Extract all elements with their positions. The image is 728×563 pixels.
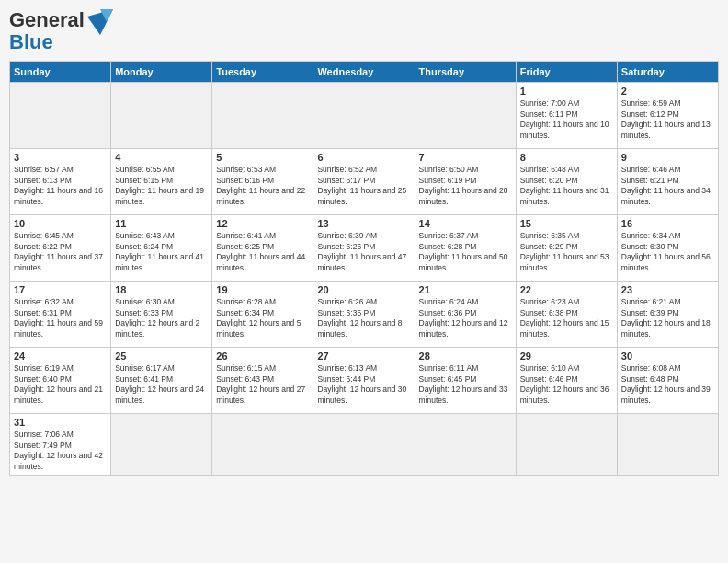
logo-general: General [9, 8, 85, 31]
calendar-cell: 6Sunrise: 6:52 AMSunset: 6:17 PMDaylight… [313, 149, 415, 215]
day-info: Sunrise: 6:57 AMSunset: 6:13 PMDaylight:… [14, 165, 107, 207]
day-number: 14 [419, 218, 512, 229]
day-number: 22 [520, 284, 613, 295]
day-info: Sunrise: 6:37 AMSunset: 6:28 PMDaylight:… [419, 231, 512, 273]
day-info: Sunrise: 6:52 AMSunset: 6:17 PMDaylight:… [317, 165, 410, 207]
day-number: 12 [216, 218, 309, 229]
calendar-cell: 1Sunrise: 7:00 AMSunset: 6:11 PMDaylight… [516, 83, 617, 149]
calendar-cell [516, 414, 617, 476]
day-number: 13 [317, 218, 410, 229]
weekday-header-row: SundayMondayTuesdayWednesdayThursdayFrid… [10, 62, 719, 83]
weekday-header-saturday: Saturday [617, 62, 718, 83]
weekday-header-friday: Friday [516, 62, 617, 83]
calendar-cell [313, 414, 415, 476]
day-info: Sunrise: 6:28 AMSunset: 6:34 PMDaylight:… [216, 297, 309, 339]
day-number: 11 [115, 218, 208, 229]
calendar-cell: 20Sunrise: 6:26 AMSunset: 6:35 PMDayligh… [313, 282, 415, 348]
day-number: 2 [621, 86, 714, 97]
day-number: 20 [317, 284, 410, 295]
day-info: Sunrise: 7:06 AMSunset: 7:49 PMDaylight:… [14, 430, 107, 472]
week-row-6: 31Sunrise: 7:06 AMSunset: 7:49 PMDayligh… [10, 414, 719, 476]
day-info: Sunrise: 6:26 AMSunset: 6:35 PMDaylight:… [317, 297, 410, 339]
day-info: Sunrise: 7:00 AMSunset: 6:11 PMDaylight:… [520, 98, 613, 141]
calendar-cell: 18Sunrise: 6:30 AMSunset: 6:33 PMDayligh… [111, 282, 212, 348]
calendar-cell: 26Sunrise: 6:15 AMSunset: 6:43 PMDayligh… [212, 348, 313, 414]
day-info: Sunrise: 6:53 AMSunset: 6:16 PMDaylight:… [216, 165, 309, 207]
calendar-cell: 25Sunrise: 6:17 AMSunset: 6:41 PMDayligh… [111, 348, 212, 414]
calendar-cell: 24Sunrise: 6:19 AMSunset: 6:40 PMDayligh… [10, 348, 111, 414]
day-number: 25 [115, 350, 208, 362]
day-number: 29 [520, 350, 613, 362]
day-info: Sunrise: 6:55 AMSunset: 6:15 PMDaylight:… [115, 165, 208, 207]
calendar-cell: 29Sunrise: 6:10 AMSunset: 6:46 PMDayligh… [516, 348, 617, 414]
calendar-cell: 23Sunrise: 6:21 AMSunset: 6:39 PMDayligh… [617, 282, 718, 348]
day-info: Sunrise: 6:41 AMSunset: 6:25 PMDaylight:… [216, 231, 309, 273]
header: General Blue [9, 9, 719, 53]
day-number: 9 [621, 152, 714, 163]
calendar-cell: 12Sunrise: 6:41 AMSunset: 6:25 PMDayligh… [212, 215, 313, 282]
day-number: 1 [520, 86, 613, 97]
week-row-5: 24Sunrise: 6:19 AMSunset: 6:40 PMDayligh… [10, 348, 719, 414]
day-info: Sunrise: 6:35 AMSunset: 6:29 PMDaylight:… [520, 231, 613, 273]
day-info: Sunrise: 6:32 AMSunset: 6:31 PMDaylight:… [14, 297, 107, 339]
day-number: 7 [419, 152, 512, 163]
day-number: 18 [115, 284, 208, 295]
day-info: Sunrise: 6:24 AMSunset: 6:36 PMDaylight:… [419, 297, 512, 339]
day-number: 19 [216, 284, 309, 295]
week-row-1: 1Sunrise: 7:00 AMSunset: 6:11 PMDaylight… [10, 83, 719, 149]
calendar-cell: 17Sunrise: 6:32 AMSunset: 6:31 PMDayligh… [10, 282, 111, 348]
calendar-page: General Blue SundayMondayTuesdayWednesda… [0, 0, 728, 563]
calendar-cell: 22Sunrise: 6:23 AMSunset: 6:38 PMDayligh… [516, 282, 617, 348]
calendar-cell: 16Sunrise: 6:34 AMSunset: 6:30 PMDayligh… [617, 215, 718, 282]
day-number: 4 [115, 152, 208, 163]
calendar-cell [415, 83, 516, 149]
calendar-cell [313, 83, 415, 149]
calendar-cell: 5Sunrise: 6:53 AMSunset: 6:16 PMDaylight… [212, 149, 313, 215]
day-info: Sunrise: 6:23 AMSunset: 6:38 PMDaylight:… [520, 297, 613, 339]
calendar-cell: 15Sunrise: 6:35 AMSunset: 6:29 PMDayligh… [516, 215, 617, 282]
calendar-cell: 9Sunrise: 6:46 AMSunset: 6:21 PMDaylight… [617, 149, 718, 215]
day-info: Sunrise: 6:19 AMSunset: 6:40 PMDaylight:… [14, 363, 107, 406]
day-number: 28 [419, 350, 512, 362]
weekday-header-sunday: Sunday [10, 62, 111, 83]
calendar-cell [111, 414, 212, 476]
day-number: 16 [621, 218, 714, 229]
day-number: 23 [621, 284, 714, 295]
calendar-cell [415, 414, 516, 476]
calendar-cell: 13Sunrise: 6:39 AMSunset: 6:26 PMDayligh… [313, 215, 415, 282]
day-number: 5 [216, 152, 309, 163]
day-number: 26 [216, 350, 309, 362]
calendar-cell: 27Sunrise: 6:13 AMSunset: 6:44 PMDayligh… [313, 348, 415, 414]
day-info: Sunrise: 6:48 AMSunset: 6:20 PMDaylight:… [520, 165, 613, 207]
day-number: 17 [14, 284, 107, 295]
calendar-cell: 21Sunrise: 6:24 AMSunset: 6:36 PMDayligh… [415, 282, 516, 348]
logo-area: General Blue [9, 9, 113, 53]
weekday-header-wednesday: Wednesday [313, 62, 415, 83]
day-info: Sunrise: 6:13 AMSunset: 6:44 PMDaylight:… [317, 363, 410, 406]
day-info: Sunrise: 6:11 AMSunset: 6:45 PMDaylight:… [419, 363, 512, 406]
day-info: Sunrise: 6:17 AMSunset: 6:41 PMDaylight:… [115, 363, 208, 406]
day-number: 8 [520, 152, 613, 163]
calendar-cell: 28Sunrise: 6:11 AMSunset: 6:45 PMDayligh… [415, 348, 516, 414]
day-info: Sunrise: 6:46 AMSunset: 6:21 PMDaylight:… [621, 165, 714, 207]
calendar-cell [617, 414, 718, 476]
day-number: 30 [621, 350, 714, 362]
calendar-table: SundayMondayTuesdayWednesdayThursdayFrid… [9, 61, 719, 476]
calendar-cell [111, 83, 212, 149]
day-number: 3 [14, 152, 107, 163]
week-row-4: 17Sunrise: 6:32 AMSunset: 6:31 PMDayligh… [10, 282, 719, 348]
weekday-header-thursday: Thursday [415, 62, 516, 83]
day-number: 27 [317, 350, 410, 362]
day-info: Sunrise: 6:34 AMSunset: 6:30 PMDaylight:… [621, 231, 714, 273]
calendar-cell: 2Sunrise: 6:59 AMSunset: 6:12 PMDaylight… [617, 83, 718, 149]
day-number: 31 [14, 417, 107, 428]
logo-icon [87, 9, 113, 46]
weekday-header-tuesday: Tuesday [212, 62, 313, 83]
day-number: 6 [317, 152, 410, 163]
day-number: 10 [14, 218, 107, 229]
week-row-3: 10Sunrise: 6:45 AMSunset: 6:22 PMDayligh… [10, 215, 719, 282]
calendar-cell: 11Sunrise: 6:43 AMSunset: 6:24 PMDayligh… [111, 215, 212, 282]
day-number: 24 [14, 350, 107, 362]
calendar-cell: 10Sunrise: 6:45 AMSunset: 6:22 PMDayligh… [10, 215, 111, 282]
calendar-cell: 7Sunrise: 6:50 AMSunset: 6:19 PMDaylight… [415, 149, 516, 215]
